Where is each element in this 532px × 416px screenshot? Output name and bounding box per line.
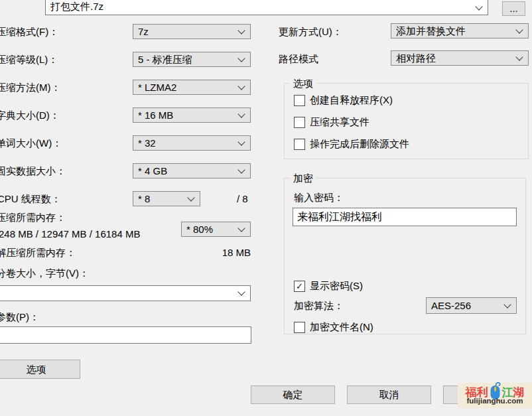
parameters-label: 参数(P)： bbox=[0, 311, 39, 322]
password-label: 输入密码： bbox=[294, 192, 344, 203]
dictionary-size-select[interactable]: * 16 MB bbox=[133, 107, 251, 123]
compress-format-select[interactable]: 7z bbox=[133, 24, 251, 39]
chevron-down-icon bbox=[237, 224, 245, 232]
solid-block-size-select[interactable]: * 4 GB bbox=[133, 163, 251, 178]
compress-method-label: 压缩方法(M)： bbox=[0, 82, 61, 93]
word-size-value: * 32 bbox=[138, 137, 156, 150]
chevron-down-icon bbox=[237, 138, 245, 145]
solid-block-size-value: * 4 GB bbox=[138, 165, 167, 178]
word-size-label: 单词大小(W)： bbox=[0, 137, 62, 149]
cpu-threads-select[interactable]: * 8 bbox=[133, 191, 200, 206]
encryption-group: 加密 输入密码： 显示密码(S) 加密算法： AES-256 加密文件名(N) bbox=[284, 178, 526, 334]
compress-level-label: 压缩等级(L)： bbox=[0, 54, 58, 65]
archive-dialog: 打包文件.7z ... 压缩格式(F)： 压缩等级(L)： 压缩方法(M)： 字… bbox=[0, 0, 532, 416]
create-sfx-row[interactable]: 创建自释放程序(X) bbox=[294, 94, 393, 107]
encrypt-filenames-row[interactable]: 加密文件名(N) bbox=[294, 321, 373, 334]
update-mode-value: 添加并替换文件 bbox=[396, 25, 466, 38]
options-group-title: 选项 bbox=[290, 77, 316, 90]
volume-size-combobox[interactable] bbox=[0, 285, 251, 301]
memory-compress-detail: 248 MB / 12947 MB / 16184 MB bbox=[0, 228, 140, 240]
compress-shared-label: 压缩共享文件 bbox=[310, 116, 369, 129]
volume-size-label: 分卷大小，字节(V)： bbox=[0, 267, 89, 279]
chevron-down-icon[interactable] bbox=[475, 3, 482, 10]
chevron-down-icon bbox=[237, 27, 245, 34]
compress-method-select[interactable]: * LZMA2 bbox=[133, 80, 251, 95]
show-password-label: 显示密码(S) bbox=[310, 280, 363, 293]
password-input[interactable] bbox=[293, 208, 517, 226]
chevron-down-icon bbox=[237, 166, 245, 173]
encryption-method-value: AES-256 bbox=[431, 299, 471, 313]
show-password-row[interactable]: 显示密码(S) bbox=[294, 280, 363, 293]
memory-percent-select[interactable]: * 80% bbox=[181, 222, 251, 237]
chevron-down-icon[interactable] bbox=[237, 288, 245, 295]
chevron-down-icon bbox=[187, 194, 194, 201]
archive-name-value: 打包文件.7z bbox=[50, 0, 103, 15]
path-mode-label: 路径模式 bbox=[279, 53, 318, 64]
chevron-down-icon bbox=[515, 26, 523, 33]
chevron-down-icon bbox=[515, 53, 523, 60]
compress-shared-checkbox[interactable] bbox=[294, 117, 305, 128]
chevron-down-icon bbox=[237, 110, 245, 117]
compress-method-value: * LZMA2 bbox=[138, 81, 176, 94]
cpu-threads-total: / 8 bbox=[237, 193, 248, 204]
memory-percent-value: * 80% bbox=[186, 223, 213, 236]
memory-compress-label: 压缩所需内存： bbox=[0, 212, 66, 223]
encrypt-filenames-label: 加密文件名(N) bbox=[310, 321, 373, 334]
update-mode-label: 更新方式(U)： bbox=[279, 26, 342, 37]
options-button[interactable]: 选项 bbox=[0, 360, 80, 379]
memory-decompress-value: 18 MB bbox=[219, 247, 251, 258]
path-mode-select[interactable]: 相对路径 bbox=[391, 50, 529, 66]
cancel-button[interactable]: 取消 bbox=[347, 385, 431, 404]
fulijianghu-watermark: 福利 江湖 fulijianghu.com bbox=[458, 376, 532, 408]
chevron-down-icon bbox=[503, 301, 511, 308]
chevron-down-icon bbox=[237, 82, 245, 90]
solid-block-size-label: 固实数据大小： bbox=[0, 165, 66, 176]
compress-shared-row[interactable]: 压缩共享文件 bbox=[294, 116, 369, 129]
dictionary-size-value: * 16 MB bbox=[138, 109, 173, 122]
encryption-method-label: 加密算法： bbox=[294, 300, 344, 311]
chevron-down-icon bbox=[237, 54, 245, 62]
cpu-threads-value: * 8 bbox=[138, 192, 150, 206]
path-mode-value: 相对路径 bbox=[396, 52, 436, 65]
parameters-input[interactable] bbox=[0, 326, 251, 344]
compress-format-label: 压缩格式(F)： bbox=[0, 26, 58, 37]
create-sfx-label: 创建自释放程序(X) bbox=[310, 94, 393, 107]
update-mode-select[interactable]: 添加并替换文件 bbox=[391, 23, 529, 38]
dictionary-size-label: 字典大小(D)： bbox=[0, 109, 60, 121]
watermark-domain: fulijianghu.com bbox=[458, 397, 532, 405]
delete-after-row[interactable]: 操作完成后删除源文件 bbox=[294, 138, 409, 151]
encryption-group-title: 加密 bbox=[290, 172, 316, 184]
options-group: 选项 创建自释放程序(X) 压缩共享文件 操作完成后删除源文件 bbox=[284, 83, 529, 159]
encrypt-filenames-checkbox[interactable] bbox=[294, 322, 305, 333]
compress-level-value: 5 - 标准压缩 bbox=[138, 53, 192, 66]
ok-button[interactable]: 确定 bbox=[251, 385, 335, 404]
archive-name-combobox[interactable]: 打包文件.7z bbox=[45, 0, 488, 15]
compress-level-select[interactable]: 5 - 标准压缩 bbox=[133, 52, 251, 67]
create-sfx-checkbox[interactable] bbox=[294, 95, 305, 106]
delete-after-label: 操作完成后删除源文件 bbox=[310, 138, 409, 151]
show-password-checkbox[interactable] bbox=[294, 281, 305, 292]
cpu-threads-label: CPU 线程数： bbox=[0, 193, 61, 204]
memory-decompress-label: 解压缩所需内存： bbox=[0, 247, 76, 258]
encryption-method-select[interactable]: AES-256 bbox=[426, 297, 517, 314]
delete-after-checkbox[interactable] bbox=[294, 139, 305, 150]
word-size-select[interactable]: * 32 bbox=[133, 135, 251, 151]
compress-format-value: 7z bbox=[138, 25, 149, 38]
browse-button[interactable]: ... bbox=[502, 1, 525, 16]
